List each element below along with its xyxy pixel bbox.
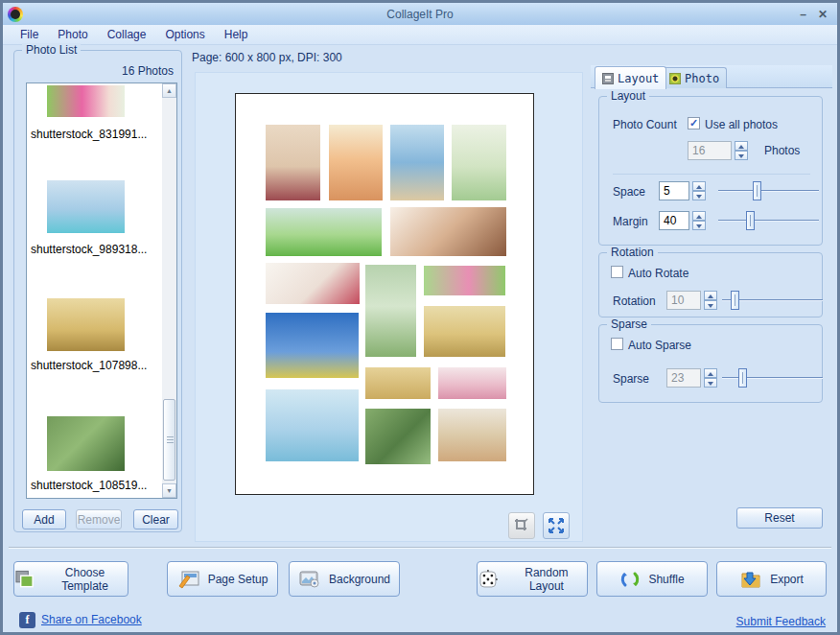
margin-slider[interactable] bbox=[718, 211, 819, 230]
menu-item-collage[interactable]: Collage bbox=[98, 26, 156, 43]
share-facebook-link[interactable]: Share on Facebook bbox=[41, 613, 142, 626]
use-all-photos-checkbox[interactable]: ✓ bbox=[688, 117, 700, 129]
photo-list-group: Photo List 16 Photos shutterstock_831991… bbox=[13, 50, 182, 532]
app-window: CollageIt Pro – ✕ FilePhotoCollageOption… bbox=[0, 0, 840, 635]
auto-sparse-label: Auto Sparse bbox=[628, 339, 691, 352]
rotation-label: Rotation bbox=[613, 294, 656, 308]
scrollbar-thumb[interactable] bbox=[163, 399, 175, 481]
photo-filename: shutterstock_989318... bbox=[31, 243, 147, 256]
spin-up-icon[interactable] bbox=[704, 291, 717, 300]
margin-input[interactable] bbox=[659, 211, 689, 230]
collage-photo[interactable] bbox=[438, 409, 506, 461]
collage-photo[interactable] bbox=[266, 389, 359, 461]
template-icon bbox=[14, 570, 35, 589]
collage-photo[interactable] bbox=[365, 409, 431, 464]
remove-button[interactable]: Remove bbox=[76, 509, 122, 529]
menu-item-help[interactable]: Help bbox=[215, 26, 258, 43]
crop-button[interactable] bbox=[508, 512, 535, 539]
sparse-group: Sparse Auto Sparse Sparse bbox=[598, 324, 823, 403]
collage-photo[interactable] bbox=[390, 125, 444, 200]
spin-up-icon[interactable] bbox=[692, 211, 706, 221]
auto-rotate-label: Auto Rotate bbox=[628, 267, 688, 280]
photo-count-input[interactable] bbox=[688, 141, 732, 160]
collage-photo[interactable] bbox=[365, 367, 431, 399]
spin-down-icon[interactable] bbox=[692, 221, 706, 230]
menu-bar: FilePhotoCollageOptionsHelp bbox=[3, 25, 837, 45]
collage-photo[interactable] bbox=[266, 208, 382, 256]
photo-list-box[interactable]: shutterstock_831991...shutterstock_98931… bbox=[26, 82, 177, 499]
photo-thumbnail[interactable] bbox=[47, 180, 125, 233]
collage-photo[interactable] bbox=[452, 125, 506, 200]
collage-photo[interactable] bbox=[424, 266, 505, 295]
space-slider[interactable] bbox=[718, 181, 819, 200]
scroll-down-icon[interactable]: ▼ bbox=[162, 483, 176, 498]
photo-thumbnail[interactable] bbox=[47, 85, 125, 117]
crop-icon bbox=[514, 518, 529, 533]
spin-up-icon[interactable] bbox=[704, 368, 717, 378]
photo-thumbnail[interactable] bbox=[47, 416, 125, 471]
collage-photo[interactable] bbox=[365, 265, 416, 357]
tab-photo-label: Photo bbox=[685, 72, 719, 85]
photo-count-label: 16 Photos bbox=[122, 64, 174, 78]
add-button[interactable]: Add bbox=[22, 509, 66, 529]
auto-rotate-checkbox[interactable] bbox=[611, 266, 623, 278]
rotation-spinner[interactable] bbox=[704, 291, 717, 310]
scroll-up-icon[interactable]: ▲ bbox=[162, 83, 176, 98]
photo-count-field-label: Photo Count bbox=[613, 118, 677, 131]
rotation-input[interactable] bbox=[666, 291, 701, 310]
margin-slider-thumb[interactable] bbox=[746, 211, 755, 230]
spin-down-icon[interactable] bbox=[704, 378, 717, 388]
collage-page[interactable] bbox=[235, 93, 534, 495]
photo-filename: shutterstock_107898... bbox=[31, 359, 147, 372]
menu-item-file[interactable]: File bbox=[11, 26, 48, 43]
use-all-photos-label: Use all photos bbox=[705, 118, 778, 131]
spin-up-icon[interactable] bbox=[735, 141, 748, 151]
collage-photo[interactable] bbox=[438, 367, 506, 399]
random-layout-button[interactable]: Random Layout bbox=[477, 561, 588, 597]
spin-down-icon[interactable] bbox=[704, 300, 717, 310]
sparse-input[interactable] bbox=[666, 368, 701, 388]
choose-template-button[interactable]: Choose Template bbox=[13, 561, 128, 597]
clear-button[interactable]: Clear bbox=[133, 509, 178, 529]
reset-button[interactable]: Reset bbox=[736, 507, 823, 529]
collage-photo[interactable] bbox=[266, 125, 320, 200]
tab-photo[interactable]: Photo bbox=[662, 67, 727, 88]
rotation-slider[interactable] bbox=[722, 291, 823, 310]
menu-item-photo[interactable]: Photo bbox=[48, 26, 97, 43]
sparse-label: Sparse bbox=[613, 372, 649, 386]
export-button[interactable]: Export bbox=[716, 561, 827, 597]
background-button[interactable]: Background bbox=[289, 561, 400, 597]
submit-feedback-link[interactable]: Submit Feedback bbox=[736, 615, 826, 628]
spin-down-icon[interactable] bbox=[735, 151, 748, 160]
auto-sparse-checkbox[interactable] bbox=[611, 338, 623, 350]
margin-label: Margin bbox=[613, 215, 648, 228]
photo-thumbnail[interactable] bbox=[47, 298, 125, 351]
tab-layout[interactable]: Layout bbox=[595, 66, 666, 89]
sparse-spinner[interactable] bbox=[704, 368, 717, 388]
spin-down-icon[interactable] bbox=[692, 191, 706, 200]
fit-page-button[interactable] bbox=[543, 512, 570, 539]
photo-count-spinner[interactable] bbox=[735, 141, 748, 160]
space-spinner[interactable] bbox=[692, 181, 706, 200]
space-slider-thumb[interactable] bbox=[753, 181, 761, 200]
shuffle-icon bbox=[619, 569, 641, 590]
spin-up-icon[interactable] bbox=[692, 181, 706, 191]
space-input[interactable] bbox=[659, 181, 689, 200]
sparse-slider-thumb[interactable] bbox=[738, 368, 747, 388]
photo-filename: shutterstock_831991... bbox=[31, 128, 147, 141]
collage-photo[interactable] bbox=[329, 125, 383, 200]
window-title: CollageIt Pro bbox=[3, 8, 837, 21]
margin-spinner[interactable] bbox=[692, 211, 706, 230]
collage-photo[interactable] bbox=[266, 313, 359, 378]
collage-photo[interactable] bbox=[266, 263, 360, 304]
page-setup-button[interactable]: Page Setup bbox=[167, 561, 278, 597]
photo-list-scrollbar[interactable]: ▲ ▼ bbox=[162, 83, 176, 498]
shuffle-button[interactable]: Shuffle bbox=[596, 561, 708, 597]
rotation-slider-thumb[interactable] bbox=[731, 291, 739, 310]
sparse-slider[interactable] bbox=[722, 368, 823, 388]
background-icon bbox=[298, 570, 321, 589]
collage-photo[interactable] bbox=[390, 207, 506, 256]
menu-item-options[interactable]: Options bbox=[155, 26, 214, 43]
collage-photo[interactable] bbox=[424, 306, 505, 357]
facebook-icon[interactable]: f bbox=[19, 612, 35, 628]
